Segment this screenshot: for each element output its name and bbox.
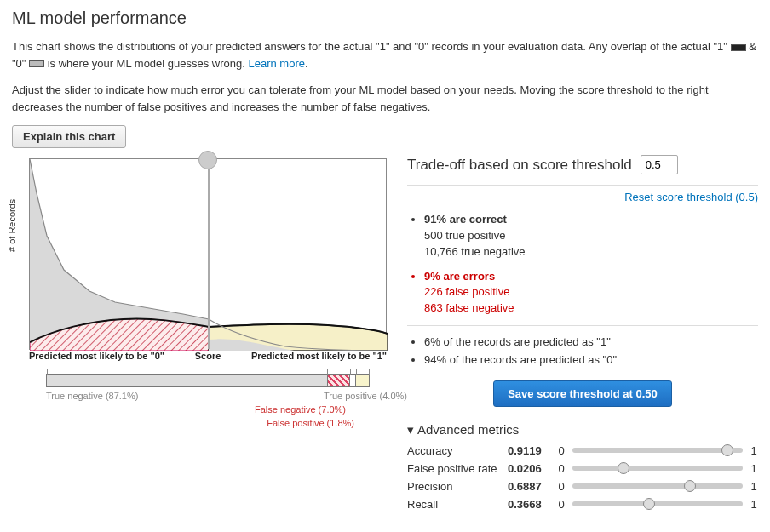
errors-head: 9% are errors	[424, 270, 495, 283]
metric-slider[interactable]	[572, 466, 743, 471]
threshold-slider-handle[interactable]	[198, 151, 217, 169]
segment-false-positive	[350, 375, 356, 386]
false-negative-count: 863 false negative	[424, 301, 514, 314]
page-title: ML model performance	[12, 9, 758, 28]
tradeoff-label: Trade-off based on score threshold	[407, 157, 632, 174]
confusion-bar	[46, 374, 370, 387]
predicted-0-pct: 94% of the records are predicted as "0"	[424, 352, 758, 369]
metric-row-false-positive-rate: False positive rate0.020601	[407, 462, 758, 475]
axis-left-label: Predicted most likely to be "0"	[29, 350, 182, 362]
threshold-input[interactable]	[641, 155, 678, 174]
predicted-1-pct: 6% of the records are predicted as "1"	[424, 335, 758, 351]
prediction-split-list: 6% of the records are predicted as "1" 9…	[412, 335, 758, 369]
metric-min: 0	[557, 480, 566, 493]
metric-row-precision: Precision0.688701	[407, 480, 758, 493]
threshold-line	[208, 159, 210, 349]
metric-slider-thumb[interactable]	[643, 498, 655, 510]
metric-label: Accuracy	[407, 444, 501, 457]
segment-false-negative	[327, 375, 349, 386]
reset-threshold-link[interactable]: Reset score threshold (0.5)	[624, 191, 758, 203]
intro-paragraph-2: Adjust the slider to indicate how much e…	[12, 82, 758, 115]
metric-min: 0	[557, 462, 566, 475]
metric-slider-thumb[interactable]	[684, 480, 696, 492]
intro-paragraph-1: This chart shows the distributions of yo…	[12, 38, 758, 72]
metric-label: Recall	[407, 498, 501, 511]
metric-row-accuracy: Accuracy0.911901	[407, 444, 758, 457]
metric-min: 0	[557, 498, 566, 511]
axis-right-label: Predicted most likely to be "1"	[233, 350, 387, 362]
metric-slider-thumb[interactable]	[618, 462, 629, 474]
metric-min: 0	[557, 444, 566, 457]
label-true-negative: True negative (87.1%)	[46, 391, 138, 401]
true-positive-count: 500 true positive	[424, 229, 505, 242]
metric-slider[interactable]	[572, 448, 743, 453]
actual-1-swatch	[731, 44, 746, 51]
intro-text-1c: is where your ML model guesses wrong.	[48, 57, 249, 70]
metric-label: False positive rate	[407, 462, 501, 475]
axis-center-label: Score	[182, 350, 233, 362]
metric-label: Precision	[407, 480, 501, 493]
metric-value: 0.9119	[508, 444, 550, 457]
false-positive-count: 226 false positive	[424, 285, 509, 298]
metric-slider[interactable]	[572, 483, 743, 489]
explain-chart-button[interactable]: Explain this chart	[12, 125, 126, 148]
segment-true-positive	[355, 375, 368, 386]
advanced-metrics-panel: Accuracy0.911901False positive rate0.020…	[407, 444, 758, 511]
metric-max: 1	[750, 444, 758, 457]
errors-list: 9% are errors 226 false positive 863 fal…	[412, 269, 758, 317]
intro-text-1a: This chart shows the distributions of yo…	[12, 40, 731, 53]
caret-down-icon: ▾	[407, 422, 414, 438]
metric-max: 1	[750, 462, 758, 475]
correct-list: 91% are correct 500 true positive 10,766…	[412, 212, 758, 260]
y-axis-label: # of Records	[7, 199, 17, 252]
advanced-metrics-label: Advanced metrics	[417, 422, 519, 437]
label-false-positive: False positive (1.8%)	[267, 418, 354, 428]
metric-value: 0.6887	[508, 480, 550, 493]
learn-more-link[interactable]: Learn more	[249, 57, 305, 70]
distribution-chart[interactable]	[29, 158, 387, 350]
metric-value: 0.3668	[508, 498, 550, 511]
segment-true-negative	[47, 375, 327, 386]
advanced-metrics-toggle[interactable]: ▾Advanced metrics	[407, 422, 758, 438]
true-negative-count: 10,766 true negative	[424, 245, 526, 258]
save-threshold-button[interactable]: Save score threshold at 0.50	[493, 380, 672, 407]
metric-slider-thumb[interactable]	[721, 444, 733, 456]
label-true-positive: True positive (4.0%)	[324, 391, 407, 401]
correct-head: 91% are correct	[424, 213, 507, 226]
intro-text-1d: .	[305, 57, 308, 70]
label-false-negative: False negative (7.0%)	[255, 404, 346, 415]
metric-max: 1	[750, 498, 758, 511]
metric-value: 0.0206	[508, 462, 550, 475]
metric-slider[interactable]	[572, 501, 743, 506]
actual-0-swatch	[29, 60, 44, 67]
metric-max: 1	[750, 480, 758, 493]
metric-row-recall: Recall0.366801	[407, 498, 758, 511]
